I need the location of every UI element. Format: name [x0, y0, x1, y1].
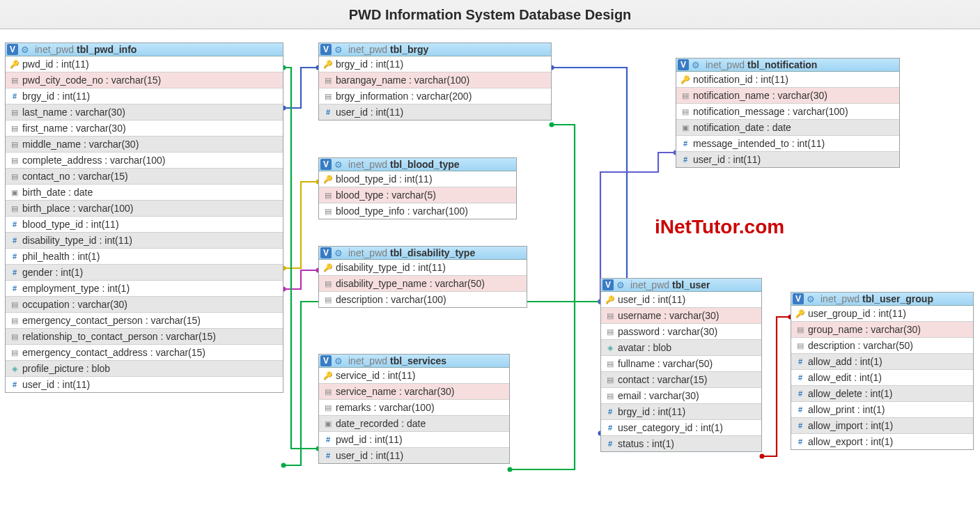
column-row[interactable]: ▤description : varchar(100): [319, 292, 527, 307]
table-tbl_user[interactable]: V⚙inet_pwd tbl_user🔑user_id : int(11)▤us…: [600, 278, 762, 452]
column-row[interactable]: ▤pwd_city_code_no : varchar(15): [6, 72, 283, 88]
gear-icon[interactable]: ⚙: [807, 295, 815, 304]
table-header[interactable]: V⚙inet_pwd tbl_blood_type: [319, 158, 516, 171]
table-header[interactable]: V⚙inet_pwd tbl_user_group: [791, 293, 973, 306]
column-row[interactable]: #user_id : int(11): [319, 448, 509, 463]
txt-icon: ▤: [323, 207, 333, 216]
column-row[interactable]: ▤blood_type_info : varchar(100): [319, 203, 516, 219]
db-prefix: inet_pwd: [348, 355, 387, 366]
column-row[interactable]: ▤emergency_contact_person : varchar(15): [6, 313, 283, 329]
view-badge-icon[interactable]: V: [320, 247, 332, 258]
column-row[interactable]: ◈avatar : blob: [601, 340, 761, 356]
column-row[interactable]: ▤complete_address : varchar(100): [6, 153, 283, 169]
column-row[interactable]: ▣birth_date : date: [6, 185, 283, 201]
column-row[interactable]: #allow_import : int(1): [791, 418, 973, 434]
column-row[interactable]: ▤description : varchar(50): [791, 338, 973, 354]
table-tbl_user_group[interactable]: V⚙inet_pwd tbl_user_group🔑user_group_id …: [791, 292, 974, 450]
column-row[interactable]: ▤notification_message : varchar(100): [676, 104, 899, 120]
table-header[interactable]: V⚙inet_pwd tbl_pwd_info: [6, 43, 283, 56]
column-row[interactable]: #allow_print : int(1): [791, 402, 973, 418]
table-header[interactable]: V⚙inet_pwd tbl_brgy: [319, 43, 551, 56]
column-row[interactable]: ▤brgy_information : varchar(200): [319, 88, 551, 104]
column-row[interactable]: #gender : int(1): [6, 265, 283, 281]
column-row[interactable]: 🔑notification_id : int(11): [676, 72, 899, 88]
column-row[interactable]: 🔑disability_type_id : int(11): [319, 260, 527, 276]
column-row[interactable]: #allow_export : int(1): [791, 434, 973, 449]
table-tbl_services[interactable]: V⚙inet_pwd tbl_services🔑service_id : int…: [318, 354, 510, 464]
view-badge-icon[interactable]: V: [602, 279, 614, 290]
column-row[interactable]: #pwd_id : int(11): [319, 432, 509, 448]
column-row[interactable]: 🔑user_id : int(11): [601, 292, 761, 308]
column-row[interactable]: ▤service_name : varchar(30): [319, 384, 509, 400]
column-row[interactable]: ▤contact : varchar(15): [601, 372, 761, 388]
column-row[interactable]: ▤first_name : varchar(30): [6, 121, 283, 137]
table-header[interactable]: V⚙inet_pwd tbl_disability_type: [319, 247, 527, 260]
column-row[interactable]: #user_category_id : int(1): [601, 420, 761, 436]
column-row[interactable]: #status : int(1): [601, 436, 761, 451]
view-badge-icon[interactable]: V: [320, 44, 332, 55]
column-row[interactable]: ▤remarks : varchar(100): [319, 400, 509, 416]
column-row[interactable]: #user_id : int(11): [319, 104, 551, 120]
column-row[interactable]: ▤contact_no : varchar(15): [6, 169, 283, 185]
column-row[interactable]: ▤middle_name : varchar(30): [6, 137, 283, 153]
column-row[interactable]: #phil_health : int(1): [6, 249, 283, 265]
gear-icon[interactable]: ⚙: [334, 45, 343, 54]
column-row[interactable]: #brgy_id : int(11): [6, 88, 283, 104]
column-row[interactable]: ▤blood_type : varchar(5): [319, 187, 516, 203]
gear-icon[interactable]: ⚙: [334, 160, 343, 169]
column-row[interactable]: ▤barangay_name : varchar(100): [319, 72, 551, 88]
blob-icon: ◈: [10, 364, 20, 373]
column-row[interactable]: ▣date_recorded : date: [319, 416, 509, 432]
column-row[interactable]: 🔑user_group_id : int(11): [791, 306, 973, 322]
column-row[interactable]: #allow_add : int(1): [791, 354, 973, 370]
column-row[interactable]: ▤disability_type_name : varchar(50): [319, 276, 527, 292]
column-row[interactable]: #allow_edit : int(1): [791, 370, 973, 386]
column-row[interactable]: 🔑pwd_id : int(11): [6, 56, 283, 72]
column-row[interactable]: #allow_delete : int(1): [791, 386, 973, 402]
table-tbl_brgy[interactable]: V⚙inet_pwd tbl_brgy🔑brgy_id : int(11)▤ba…: [318, 42, 552, 121]
table-tbl_pwd_info[interactable]: V⚙inet_pwd tbl_pwd_info🔑pwd_id : int(11)…: [5, 42, 283, 393]
column-row[interactable]: ▤occupation : varchar(30): [6, 297, 283, 313]
column-row[interactable]: #brgy_id : int(11): [601, 404, 761, 420]
column-row[interactable]: 🔑brgy_id : int(11): [319, 56, 551, 72]
column-row[interactable]: ▣notification_date : date: [676, 120, 899, 136]
column-row[interactable]: ▤last_name : varchar(30): [6, 104, 283, 121]
view-badge-icon[interactable]: V: [7, 44, 18, 55]
gear-icon[interactable]: ⚙: [21, 45, 29, 54]
column-row[interactable]: #user_id : int(11): [6, 377, 283, 392]
table-tbl_disability_type[interactable]: V⚙inet_pwd tbl_disability_type🔑disabilit…: [318, 246, 527, 308]
date-icon: ▣: [323, 419, 333, 428]
column-row[interactable]: ▤group_name : varchar(30): [791, 322, 973, 338]
column-row[interactable]: #disability_type_id : int(11): [6, 233, 283, 249]
view-badge-icon[interactable]: V: [793, 293, 804, 304]
column-row[interactable]: ▤birth_place : varchar(100): [6, 201, 283, 217]
column-row[interactable]: ▤username : varchar(30): [601, 308, 761, 324]
column-row[interactable]: #user_id : int(11): [676, 152, 899, 167]
column-row[interactable]: 🔑service_id : int(11): [319, 368, 509, 384]
gear-icon[interactable]: ⚙: [692, 61, 700, 70]
column-row[interactable]: #message_intended_to : int(11): [676, 136, 899, 152]
table-header[interactable]: V⚙inet_pwd tbl_notification: [676, 59, 899, 72]
column-row[interactable]: ▤fullname : varchar(50): [601, 356, 761, 372]
view-badge-icon[interactable]: V: [320, 159, 332, 170]
gear-icon[interactable]: ⚙: [334, 249, 343, 258]
table-header[interactable]: V⚙inet_pwd tbl_user: [601, 279, 761, 292]
column-row[interactable]: #employment_type : int(1): [6, 281, 283, 297]
gear-icon[interactable]: ⚙: [616, 281, 625, 290]
column-row[interactable]: ▤emergency_contact_address : varchar(15): [6, 345, 283, 361]
table-tbl_notification[interactable]: V⚙inet_pwd tbl_notification🔑notification…: [676, 58, 900, 168]
view-badge-icon[interactable]: V: [320, 355, 332, 366]
column-def: user_category_id : int(1): [618, 422, 723, 433]
column-row[interactable]: 🔑blood_type_id : int(11): [319, 171, 516, 187]
table-tbl_blood_type[interactable]: V⚙inet_pwd tbl_blood_type🔑blood_type_id …: [318, 157, 517, 219]
view-badge-icon[interactable]: V: [678, 59, 689, 70]
column-row[interactable]: ▤notification_name : varchar(30): [676, 88, 899, 104]
column-row[interactable]: ▤email : varchar(30): [601, 388, 761, 404]
column-row[interactable]: ▤relationship_to_contact_person : varcha…: [6, 329, 283, 345]
column-row[interactable]: ◈profile_picture : blob: [6, 361, 283, 377]
column-def: blood_type_info : varchar(100): [336, 205, 468, 217]
gear-icon[interactable]: ⚙: [334, 357, 343, 366]
table-header[interactable]: V⚙inet_pwd tbl_services: [319, 355, 509, 368]
column-row[interactable]: ▤password : varchar(30): [601, 324, 761, 340]
column-row[interactable]: #blood_type_id : int(11): [6, 217, 283, 233]
